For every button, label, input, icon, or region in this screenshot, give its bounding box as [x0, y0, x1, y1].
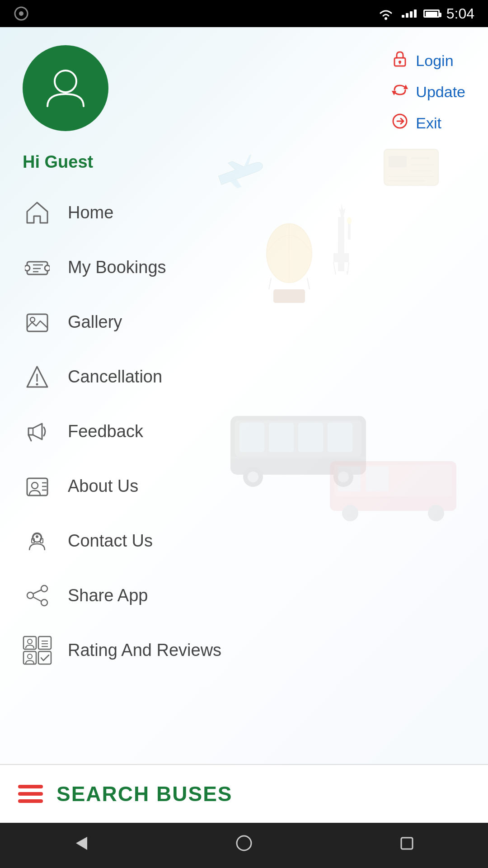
- android-back-button[interactable]: [71, 833, 92, 858]
- gallery-icon: [23, 307, 52, 337]
- svg-rect-78: [23, 651, 36, 664]
- signal-icon: [402, 9, 417, 18]
- ticket-icon: [23, 253, 52, 282]
- svg-point-46: [25, 265, 30, 271]
- header-actions: Login Update: [391, 45, 465, 134]
- svg-point-73: [28, 639, 32, 644]
- share-icon: [23, 581, 52, 610]
- exit-button[interactable]: Exit: [391, 112, 465, 134]
- greeting-text: Hi Guest: [0, 143, 488, 185]
- rating-reviews-label: Rating And Reviews: [68, 641, 221, 660]
- svg-rect-72: [23, 637, 36, 649]
- nav-item-my-bookings[interactable]: My Bookings: [14, 240, 474, 295]
- status-bar-left: [14, 6, 29, 22]
- svg-rect-83: [401, 838, 413, 849]
- home-icon: [23, 198, 52, 227]
- home-label: Home: [68, 203, 113, 222]
- svg-point-1: [19, 11, 23, 16]
- bottom-toolbar[interactable]: SEARCH BUSES: [0, 764, 488, 823]
- contact-us-label: Contact Us: [68, 531, 153, 551]
- header-area: Login Update: [0, 27, 488, 143]
- update-icon: [391, 81, 409, 103]
- my-bookings-label: My Bookings: [68, 258, 166, 277]
- feedback-label: Feedback: [68, 422, 143, 441]
- svg-point-36: [55, 71, 76, 92]
- gallery-label: Gallery: [68, 312, 122, 332]
- nav-item-feedback[interactable]: Feedback: [14, 404, 474, 459]
- svg-rect-74: [38, 637, 51, 649]
- login-label: Login: [416, 52, 453, 70]
- svg-rect-51: [27, 314, 47, 331]
- svg-point-2: [385, 17, 387, 20]
- update-label: Update: [416, 83, 465, 101]
- cancellation-icon: [23, 362, 52, 392]
- status-time: 5:04: [446, 5, 474, 22]
- nav-item-rating-reviews[interactable]: Rating And Reviews: [14, 623, 474, 678]
- nav-item-share-app[interactable]: Share App: [14, 568, 474, 623]
- megaphone-icon: [23, 417, 52, 446]
- svg-point-67: [41, 585, 47, 592]
- svg-point-82: [237, 836, 251, 850]
- svg-point-68: [41, 599, 47, 606]
- svg-point-59: [32, 482, 38, 489]
- nav-item-gallery[interactable]: Gallery: [14, 295, 474, 349]
- svg-point-64: [36, 535, 38, 538]
- battery-icon: [423, 9, 440, 18]
- exit-label: Exit: [416, 114, 441, 132]
- search-buses-label[interactable]: SEARCH BUSES: [56, 782, 233, 806]
- main-content: Login Update: [0, 27, 488, 764]
- wifi-icon: [377, 7, 395, 20]
- status-bar-right: 5:04: [377, 5, 474, 22]
- login-button[interactable]: Login: [391, 50, 465, 72]
- hamburger-menu-button[interactable]: [18, 785, 43, 803]
- svg-line-57: [28, 435, 31, 441]
- svg-point-79: [28, 654, 32, 659]
- cancellation-label: Cancellation: [68, 367, 162, 387]
- svg-marker-81: [76, 837, 87, 850]
- svg-point-47: [45, 265, 50, 271]
- rating-icon: [23, 636, 52, 665]
- update-button[interactable]: Update: [391, 81, 465, 103]
- android-home-button[interactable]: [234, 833, 254, 858]
- lock-icon: [391, 50, 409, 72]
- contact-icon: [23, 526, 52, 556]
- avatar: [23, 45, 108, 131]
- nav-item-about-us[interactable]: About Us: [14, 459, 474, 514]
- android-nav-bar: [0, 823, 488, 868]
- about-icon: [23, 472, 52, 501]
- status-bar: 5:04: [0, 0, 488, 27]
- share-app-label: Share App: [68, 586, 148, 605]
- nav-item-contact-us[interactable]: Contact Us: [14, 514, 474, 568]
- about-us-label: About Us: [68, 476, 138, 496]
- android-recents-button[interactable]: [397, 833, 417, 858]
- exit-icon: [391, 112, 409, 134]
- nav-item-home[interactable]: Home: [14, 185, 474, 240]
- nav-item-cancellation[interactable]: Cancellation: [14, 349, 474, 404]
- svg-rect-80: [38, 651, 51, 664]
- svg-point-69: [27, 592, 33, 599]
- svg-line-70: [33, 590, 41, 594]
- svg-point-52: [30, 317, 35, 322]
- user-avatar-icon: [41, 63, 90, 113]
- nav-menu: Home My Bookings: [0, 185, 488, 678]
- svg-marker-43: [27, 203, 47, 223]
- svg-line-71: [33, 597, 41, 601]
- svg-point-55: [36, 383, 38, 386]
